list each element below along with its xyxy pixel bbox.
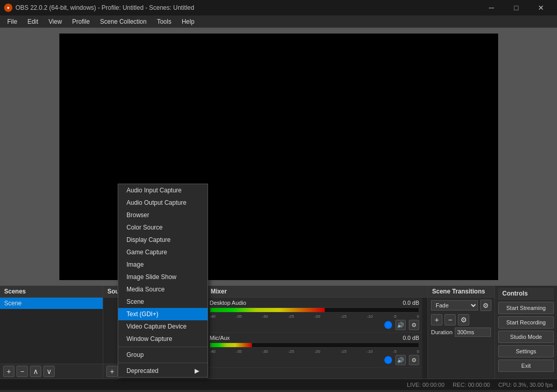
title-bar: ● OBS 22.0.2 (64-bit, windows) - Profile… <box>0 0 557 15</box>
ctx-video-capture[interactable]: Video Capture Device <box>118 320 208 333</box>
scene-add-button[interactable]: + <box>3 366 14 377</box>
scene-remove-button[interactable]: − <box>17 366 28 377</box>
mic-aux-level <box>210 343 252 347</box>
mixer-inner: Desktop Audio 0.0 dB -40-35-30-25-20-15-… <box>206 298 427 379</box>
live-status: LIVE: 00:00:00 <box>407 382 444 388</box>
scene-down-button[interactable]: ∨ <box>43 366 55 377</box>
mixer-header: Mixer <box>206 286 427 298</box>
menu-edit[interactable]: Edit <box>22 17 43 26</box>
mic-aux-meter <box>210 342 419 348</box>
ctx-sep-2 <box>118 363 208 363</box>
ctx-media-source[interactable]: Media Source <box>118 283 208 296</box>
desktop-audio-mute[interactable]: 🔊 <box>395 320 406 330</box>
desktop-audio-track: Desktop Audio 0.0 dB -40-35-30-25-20-15-… <box>206 298 422 333</box>
exit-button[interactable]: Exit <box>498 360 554 372</box>
window-controls: ─ □ ✕ <box>480 0 553 15</box>
transition-select-row: Fade Cut Swipe Slide ⚙ <box>428 298 495 313</box>
source-add-button[interactable]: + <box>106 366 118 377</box>
desktop-audio-settings[interactable]: ⚙ <box>409 320 419 330</box>
mixer-panel: Mixer Desktop Audio 0.0 dB -40-35-30-25-… <box>206 286 428 379</box>
desktop-audio-header: Desktop Audio 0.0 dB <box>210 300 419 306</box>
desktop-audio-scale: -40-35-30-25-20-15-10-50 <box>210 314 419 319</box>
menu-view[interactable]: View <box>43 17 67 26</box>
mixer-scrollbar[interactable] <box>422 298 427 379</box>
menu-bar: File Edit View Profile Scene Collection … <box>0 15 557 28</box>
transition-select[interactable]: Fade Cut Swipe Slide <box>431 300 478 311</box>
menu-profile[interactable]: Profile <box>67 17 95 26</box>
duration-row: Duration <box>428 326 495 338</box>
desktop-audio-controls: 🔊 ⚙ <box>210 320 419 330</box>
desktop-audio-db: 0.0 dB <box>403 300 419 306</box>
start-streaming-button[interactable]: Start Streaming <box>498 302 554 314</box>
desktop-audio-slider[interactable] <box>210 321 392 329</box>
menu-scene-collection[interactable]: Scene Collection <box>95 17 152 26</box>
maximize-button[interactable]: □ <box>504 0 528 15</box>
ctx-deprecated-label: Deprecated <box>126 367 158 374</box>
scenes-header: Scenes <box>0 286 103 298</box>
mic-aux-slider[interactable] <box>210 356 392 364</box>
ctx-image-slide-show[interactable]: Image Slide Show <box>118 271 208 283</box>
duration-input[interactable] <box>455 328 491 337</box>
ctx-deprecated-arrow: ▶ <box>195 367 199 374</box>
mic-aux-name: Mic/Aux <box>210 335 230 341</box>
scene-up-button[interactable]: ∧ <box>30 366 41 377</box>
transitions-header: Scene Transitions <box>428 286 495 298</box>
transition-config-button[interactable]: ⚙ <box>458 314 469 325</box>
rec-status: REC: 00:00:00 <box>453 382 490 388</box>
ctx-display-capture[interactable]: Display Capture <box>118 234 208 246</box>
studio-mode-button[interactable]: Studio Mode <box>498 331 554 343</box>
controls-header: Controls <box>498 288 554 300</box>
mic-aux-header: Mic/Aux 0.0 dB <box>210 335 419 341</box>
transition-gear-button[interactable]: ⚙ <box>480 300 491 311</box>
menu-help[interactable]: Help <box>177 17 200 26</box>
ctx-window-capture[interactable]: Window Capture <box>118 333 208 345</box>
transition-tools: + − ⚙ <box>428 313 495 326</box>
duration-label: Duration <box>431 329 453 335</box>
ctx-audio-output[interactable]: Audio Output Capture <box>118 197 208 209</box>
transition-remove-button[interactable]: − <box>444 314 456 325</box>
desktop-audio-level <box>210 308 325 312</box>
ctx-image[interactable]: Image <box>118 258 208 271</box>
scenes-panel: Scenes Scene + − ∧ ∨ <box>0 286 103 379</box>
mic-aux-mute[interactable]: 🔊 <box>395 355 406 365</box>
ctx-text-gdi[interactable]: Text (GDI+) <box>118 308 208 320</box>
ctx-deprecated[interactable]: Deprecated ▶ <box>118 365 208 377</box>
start-recording-button[interactable]: Start Recording <box>498 316 554 329</box>
mic-aux-controls: 🔊 ⚙ <box>210 355 419 365</box>
preview-area <box>0 28 557 286</box>
ctx-sep-1 <box>118 347 208 347</box>
ctx-scene[interactable]: Scene <box>118 296 208 308</box>
mixer-tracks: Desktop Audio 0.0 dB -40-35-30-25-20-15-… <box>206 298 422 379</box>
ctx-browser[interactable]: Browser <box>118 209 208 221</box>
menu-file[interactable]: File <box>2 17 22 26</box>
menu-tools[interactable]: Tools <box>152 17 177 26</box>
minimize-button[interactable]: ─ <box>480 0 503 15</box>
ctx-audio-input[interactable]: Audio Input Capture <box>118 184 208 197</box>
context-menu: Audio Input Capture Audio Output Capture… <box>118 184 208 378</box>
mic-aux-scale: -40-35-30-25-20-15-10-50 <box>210 349 419 354</box>
ctx-color-source[interactable]: Color Source <box>118 221 208 234</box>
settings-button[interactable]: Settings <box>498 345 554 357</box>
scenes-toolbar: + − ∧ ∨ <box>0 364 103 379</box>
mic-aux-settings[interactable]: ⚙ <box>409 355 419 365</box>
close-button[interactable]: ✕ <box>529 0 553 15</box>
mic-aux-track: Mic/Aux 0.0 dB -40-35-30-25-20-15-10-50 … <box>206 333 422 368</box>
transition-add-button[interactable]: + <box>431 314 442 325</box>
desktop-audio-name: Desktop Audio <box>210 300 246 306</box>
title-bar-text: OBS 22.0.2 (64-bit, windows) - Profile: … <box>15 4 480 11</box>
transitions-panel: Scene Transitions Fade Cut Swipe Slide ⚙… <box>428 286 495 379</box>
mic-aux-db: 0.0 dB <box>403 335 419 341</box>
ctx-game-capture[interactable]: Game Capture <box>118 246 208 258</box>
scene-item[interactable]: Scene <box>0 298 103 309</box>
desktop-audio-meter <box>210 307 419 313</box>
status-bar: LIVE: 00:00:00 REC: 00:00:00 CPU: 0.3%, … <box>0 379 557 390</box>
app-icon: ● <box>4 4 12 12</box>
controls-panel: Controls Start Streaming Start Recording… <box>495 286 557 379</box>
bottom-panels: Scenes Scene + − ∧ ∨ Sou... + − ⚙ ∧ ∨ Mi… <box>0 286 557 379</box>
ctx-group[interactable]: Group <box>118 349 208 361</box>
scenes-content: Scene <box>0 298 103 364</box>
perf-status: CPU: 0.3%, 30.00 fps <box>498 382 553 388</box>
